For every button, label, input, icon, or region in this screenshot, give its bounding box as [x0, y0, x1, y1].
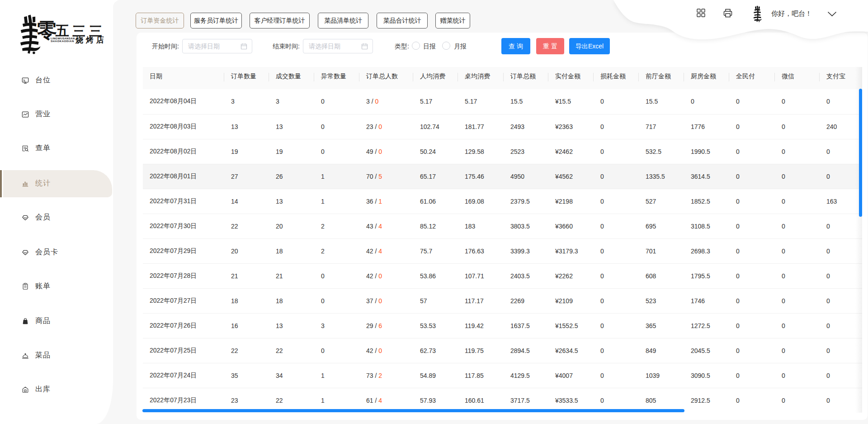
svg-text:LINGWUSANSAN: LINGWUSANSAN — [51, 37, 75, 40]
svg-text:SHAOKAODIAN: SHAOKAODIAN — [51, 40, 74, 43]
